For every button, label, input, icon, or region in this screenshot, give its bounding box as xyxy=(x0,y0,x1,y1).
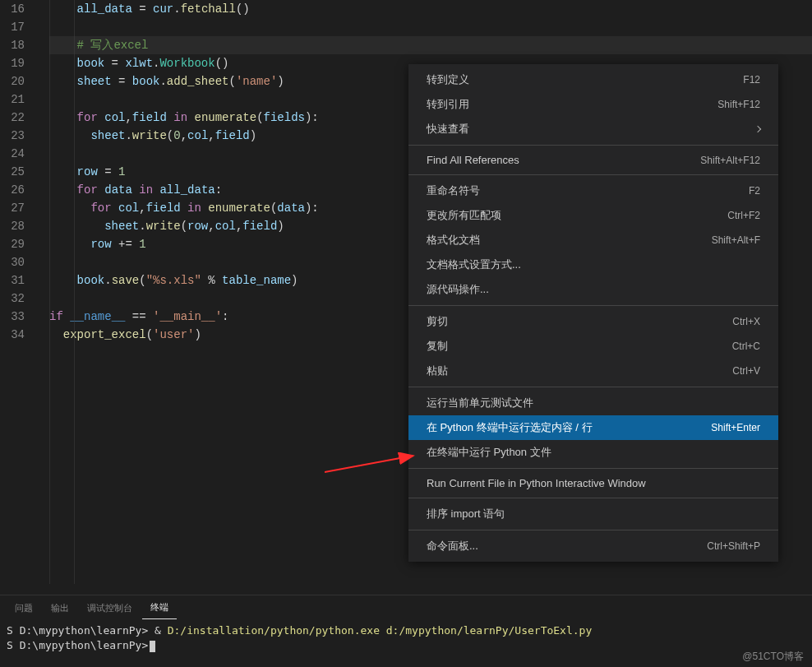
menu-separator xyxy=(408,387,778,387)
menu-item[interactable]: 更改所有匹配项Ctrl+F2 xyxy=(408,203,778,228)
menu-item[interactable]: 快速查看 xyxy=(408,117,778,141)
menu-item[interactable]: 源代码操作... xyxy=(408,277,778,302)
menu-item-label: 转到定义 xyxy=(427,72,469,87)
menu-item-label: 更改所有匹配项 xyxy=(427,208,501,223)
menu-separator xyxy=(408,174,778,175)
menu-shortcut: Shift+Alt+F xyxy=(712,234,760,246)
terminal-line: S D:\mypython\learnPy> & D:/installation… xyxy=(7,623,805,638)
bottom-panel: 问题输出调试控制台终端 S D:\mypython\learnPy> & D:/… xyxy=(0,595,812,667)
line-number: 33 xyxy=(0,308,25,326)
menu-shortcut: Ctrl+V xyxy=(732,365,760,377)
line-number: 18 xyxy=(0,36,25,54)
line-number: 16 xyxy=(0,0,25,18)
context-menu[interactable]: 转到定义F12转到引用Shift+F12快速查看Find All Referen… xyxy=(408,64,778,562)
menu-item[interactable]: 文档格式设置方式... xyxy=(408,252,778,277)
line-number: 21 xyxy=(0,90,25,109)
line-number: 26 xyxy=(0,181,25,199)
indent-guide xyxy=(49,0,50,584)
menu-item[interactable]: Run Current File in Python Interactive W… xyxy=(408,472,778,494)
menu-item-label: 转到引用 xyxy=(427,97,469,112)
menu-item-label: 复制 xyxy=(427,339,448,354)
terminal-cursor xyxy=(150,641,155,652)
code-line[interactable] xyxy=(49,18,812,36)
chevron-right-icon xyxy=(754,126,761,132)
menu-item[interactable]: 在终端中运行 Python 文件 xyxy=(408,440,778,465)
menu-item-label: Find All References xyxy=(427,154,519,166)
menu-item[interactable]: 复制Ctrl+C xyxy=(408,334,778,359)
menu-item[interactable]: 格式化文档Shift+Alt+F xyxy=(408,228,778,252)
panel-tab[interactable]: 问题 xyxy=(7,597,41,619)
line-number: 32 xyxy=(0,289,25,308)
menu-item[interactable]: 运行当前单元测试文件 xyxy=(408,391,778,415)
menu-separator xyxy=(408,468,778,469)
code-line[interactable]: all_data = cur.fetchall() xyxy=(49,0,812,18)
line-number: 25 xyxy=(0,163,25,181)
menu-shortcut: Ctrl+Shift+P xyxy=(707,540,760,552)
menu-item-label: 粘贴 xyxy=(427,364,448,378)
menu-item-label: 在 Python 终端中运行选定内容 / 行 xyxy=(427,420,593,435)
menu-shortcut: Shift+Enter xyxy=(711,422,760,433)
menu-item-label: 重命名符号 xyxy=(427,183,480,198)
terminal-line: S D:\mypython\learnPy> xyxy=(7,638,805,653)
terminal[interactable]: S D:\mypython\learnPy> & D:/installation… xyxy=(0,620,812,656)
menu-item[interactable]: 排序 import 语句 xyxy=(408,502,778,526)
menu-item-label: 命令面板... xyxy=(427,539,478,554)
menu-item[interactable]: 粘贴Ctrl+V xyxy=(408,359,778,383)
menu-shortcut: F12 xyxy=(743,74,760,86)
line-number: 22 xyxy=(0,109,25,127)
line-number: 19 xyxy=(0,54,25,72)
menu-shortcut: Ctrl+F2 xyxy=(727,210,760,221)
menu-shortcut: F2 xyxy=(749,185,760,197)
menu-shortcut: Ctrl+C xyxy=(732,340,760,352)
line-number: 30 xyxy=(0,253,25,271)
menu-item-label: 源代码操作... xyxy=(427,282,489,297)
menu-item[interactable]: Find All ReferencesShift+Alt+F12 xyxy=(408,149,778,171)
line-number: 20 xyxy=(0,72,25,90)
menu-item-label: 排序 import 语句 xyxy=(427,507,505,521)
menu-item[interactable]: 命令面板...Ctrl+Shift+P xyxy=(408,534,778,558)
menu-item-label: 运行当前单元测试文件 xyxy=(427,396,533,410)
menu-item-label: 在终端中运行 Python 文件 xyxy=(427,445,551,460)
line-number: 27 xyxy=(0,199,25,217)
menu-item[interactable]: 转到定义F12 xyxy=(408,67,778,92)
line-number: 31 xyxy=(0,271,25,289)
line-number: 29 xyxy=(0,235,25,253)
panel-tab[interactable]: 输出 xyxy=(43,597,77,619)
menu-item[interactable]: 剪切Ctrl+X xyxy=(408,309,778,334)
menu-item[interactable]: 重命名符号F2 xyxy=(408,178,778,203)
menu-item[interactable]: 转到引用Shift+F12 xyxy=(408,92,778,117)
menu-shortcut: Ctrl+X xyxy=(732,316,760,327)
panel-tab[interactable]: 调试控制台 xyxy=(79,597,141,619)
menu-item-label: 快速查看 xyxy=(427,122,469,137)
menu-item-label: 剪切 xyxy=(427,314,448,329)
menu-separator xyxy=(408,498,778,498)
panel-tab[interactable]: 终端 xyxy=(142,596,177,619)
menu-item-label: 文档格式设置方式... xyxy=(427,257,521,272)
line-number: 17 xyxy=(0,18,25,36)
line-gutter: 16171819202122232425262728293031323334 xyxy=(0,0,33,584)
watermark: @51CTO博客 xyxy=(742,650,804,664)
line-number: 28 xyxy=(0,217,25,235)
menu-shortcut: Shift+Alt+F12 xyxy=(700,155,760,166)
line-number: 34 xyxy=(0,326,25,344)
code-line[interactable]: # 写入excel xyxy=(49,36,812,54)
menu-separator xyxy=(408,305,778,306)
menu-item[interactable]: 在 Python 终端中运行选定内容 / 行Shift+Enter xyxy=(408,415,778,440)
menu-separator xyxy=(408,145,778,146)
menu-item-label: 格式化文档 xyxy=(427,233,480,248)
menu-separator xyxy=(408,530,778,530)
panel-tabs[interactable]: 问题输出调试控制台终端 xyxy=(0,595,812,620)
line-number: 23 xyxy=(0,127,25,145)
line-number: 24 xyxy=(0,145,25,163)
menu-item-label: Run Current File in Python Interactive W… xyxy=(427,477,646,489)
indent-guide xyxy=(74,0,75,584)
menu-shortcut: Shift+F12 xyxy=(717,99,760,110)
